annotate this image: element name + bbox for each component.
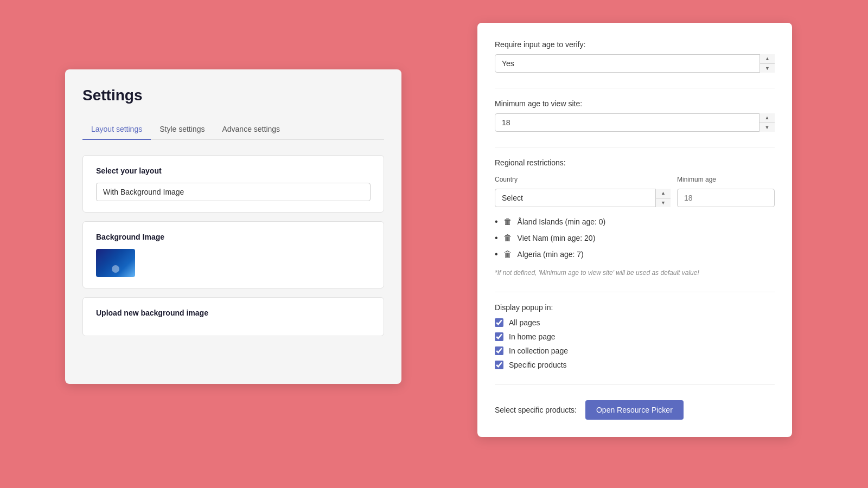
country-row: Select Åland Islands Viet Nam Algeria Af… (495, 189, 775, 207)
min-age-column-header: Minimum age (677, 176, 775, 183)
upload-section-label: Upload new background image (96, 309, 371, 317)
display-popup-label: Display popup in: (495, 303, 775, 312)
layout-section-label: Select your layout (96, 166, 371, 175)
checkbox-all-pages-input[interactable] (495, 318, 503, 327)
bottom-row: Select specific products: Open Resource … (495, 396, 775, 420)
restriction-name-2: Viet Nam (min age: 20) (518, 234, 596, 242)
checkbox-all-pages[interactable]: All pages (495, 318, 775, 327)
regional-restrictions-title: Regional restrictions: (495, 158, 775, 167)
require-age-group: Require input age to verify: Yes No ▲ ▼ (495, 40, 775, 73)
checkbox-collection-page[interactable]: In collection page (495, 346, 775, 355)
checkbox-home-page[interactable]: In home page (495, 332, 775, 341)
settings-panel: Settings Layout settings Style settings … (65, 69, 401, 384)
checkbox-home-page-input[interactable] (495, 332, 503, 341)
checkbox-specific-products[interactable]: Specific products (495, 361, 775, 369)
checkbox-home-page-label: In home page (509, 332, 556, 341)
display-popup-section: Display popup in: All pages In home page… (495, 303, 775, 369)
restriction-note: *If not defined, 'Minimum age to view si… (495, 269, 775, 277)
column-headers: Country Minimum age (495, 176, 775, 187)
specific-products-label: Select specific products: (495, 406, 577, 414)
minimum-age-decrement[interactable]: ▼ (760, 123, 775, 132)
layout-select[interactable]: With Background Image Without Background… (96, 183, 371, 201)
checkbox-specific-products-input[interactable] (495, 361, 503, 369)
divider-2 (495, 147, 775, 147)
divider-1 (495, 88, 775, 88)
require-age-select[interactable]: Yes No (495, 54, 775, 73)
restriction-item-3: 🗑 Algeria (min age: 7) (495, 246, 775, 262)
restriction-name-3: Algeria (min age: 7) (518, 250, 584, 259)
restriction-item-2: 🗑 Viet Nam (min age: 20) (495, 230, 775, 246)
upload-section: Upload new background image (82, 297, 384, 336)
checkbox-specific-products-label: Specific products (509, 361, 567, 369)
trash-icon-2[interactable]: 🗑 (503, 233, 512, 243)
background-image-thumbnail (96, 249, 135, 277)
open-resource-picker-button[interactable]: Open Resource Picker (585, 400, 684, 420)
background-image-section: Background Image (82, 221, 384, 288)
checkbox-collection-page-input[interactable] (495, 346, 503, 355)
min-age-input[interactable] (677, 189, 775, 207)
country-select-wrapper: Select Åland Islands Viet Nam Algeria Af… (495, 189, 671, 207)
country-column-header: Country (495, 176, 671, 183)
checkbox-collection-page-label: In collection page (509, 346, 568, 355)
layout-select-wrapper: With Background Image Without Background… (96, 183, 371, 201)
minimum-age-spinner: ▲ ▼ (759, 113, 775, 132)
regional-restrictions-section: Regional restrictions: Country Minimum a… (495, 158, 775, 277)
checkbox-all-pages-label: All pages (509, 318, 540, 327)
tab-layout[interactable]: Layout settings (82, 119, 151, 140)
tabs-bar: Layout settings Style settings Advance s… (82, 119, 384, 140)
divider-4 (495, 384, 775, 385)
country-select-inner-wrapper: Select Åland Islands Viet Nam Algeria Af… (495, 189, 671, 207)
tab-advance[interactable]: Advance settings (213, 119, 289, 140)
layout-section: Select your layout With Background Image… (82, 155, 384, 213)
minimum-age-input[interactable] (495, 113, 775, 132)
require-age-select-wrapper: Yes No ▲ ▼ (495, 54, 775, 73)
tab-style[interactable]: Style settings (151, 119, 213, 140)
checkbox-group: All pages In home page In collection pag… (495, 318, 775, 369)
restriction-name-1: Åland Islands (min age: 0) (518, 217, 606, 226)
restriction-list: 🗑 Åland Islands (min age: 0) 🗑 Viet Nam … (495, 214, 775, 262)
country-select[interactable]: Select Åland Islands Viet Nam Algeria Af… (495, 189, 671, 207)
restriction-item-1: 🗑 Åland Islands (min age: 0) (495, 214, 775, 230)
require-age-label: Require input age to verify: (495, 40, 775, 49)
minimum-age-group: Minimum age to view site: ▲ ▼ (495, 99, 775, 132)
minimum-age-label: Minimum age to view site: (495, 99, 775, 108)
trash-icon-3[interactable]: 🗑 (503, 249, 512, 259)
divider-3 (495, 292, 775, 292)
trash-icon-1[interactable]: 🗑 (503, 217, 512, 227)
settings-title: Settings (82, 87, 384, 104)
minimum-age-input-wrapper: ▲ ▼ (495, 113, 775, 132)
right-panel: Require input age to verify: Yes No ▲ ▼ … (477, 23, 792, 437)
minimum-age-increment[interactable]: ▲ (760, 113, 775, 123)
background-image-label: Background Image (96, 233, 371, 241)
